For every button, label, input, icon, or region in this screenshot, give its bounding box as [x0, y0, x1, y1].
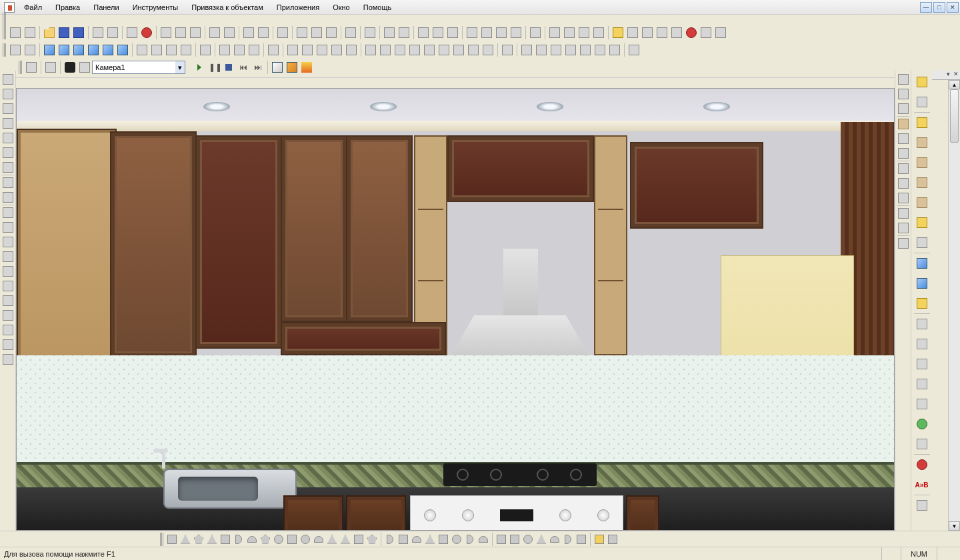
panel-pin-icon[interactable]: ▾ [944, 71, 952, 79]
cursor-y-tool[interactable] [912, 293, 932, 313]
pencil-button[interactable] [198, 43, 213, 57]
stop-button[interactable] [684, 25, 699, 40]
mirror-h-button[interactable] [382, 25, 397, 40]
panel-edit-tool[interactable] [912, 92, 932, 112]
shape-arc[interactable] [548, 533, 561, 546]
shape-circ[interactable] [450, 533, 463, 546]
hammer-button[interactable] [699, 25, 713, 40]
camera-select[interactable]: ▾ [92, 61, 185, 74]
rect-tool[interactable] [1, 131, 15, 145]
paste-button[interactable] [188, 25, 203, 40]
table5-tool[interactable] [912, 394, 932, 414]
xline-button[interactable] [416, 25, 431, 40]
menu-tools[interactable]: Инструменты [126, 1, 185, 13]
zoom-in-button[interactable] [8, 43, 23, 57]
preview-button[interactable] [105, 25, 120, 40]
slab-l-tool[interactable] [912, 153, 932, 173]
rect-c-button[interactable] [577, 25, 591, 40]
menu-file[interactable]: Файл [17, 1, 49, 13]
layers5-button[interactable] [578, 43, 593, 57]
snap4-button[interactable] [407, 43, 422, 57]
panel-3d-tool[interactable] [912, 72, 932, 92]
next-button[interactable]: ⏭ [251, 60, 265, 75]
shape-circ[interactable] [299, 533, 312, 546]
bulb-button[interactable] [713, 25, 728, 40]
cube2-button[interactable] [57, 43, 71, 57]
win5-button[interactable] [344, 43, 359, 57]
snap3-button[interactable] [393, 43, 407, 57]
undo-button[interactable] [125, 25, 139, 40]
new-button[interactable] [8, 25, 23, 40]
dim-tool[interactable] [896, 161, 911, 176]
line-tool[interactable] [1, 87, 15, 101]
menu-window[interactable]: Окно [326, 1, 357, 13]
spray-button[interactable] [627, 43, 641, 57]
text-tool[interactable] [1, 160, 15, 175]
shape-tri[interactable] [205, 533, 219, 546]
cube5-button[interactable] [101, 43, 115, 57]
shape-half[interactable] [232, 533, 245, 546]
menu-help[interactable]: Помощь [357, 1, 399, 13]
shape-rect[interactable] [285, 533, 299, 546]
shape-arc[interactable] [245, 533, 259, 546]
shape-rect[interactable] [575, 533, 588, 546]
cube6-button[interactable] [115, 43, 130, 57]
zoom-button[interactable] [625, 25, 640, 40]
bezier2-tool[interactable] [1, 249, 15, 264]
star-button[interactable] [256, 25, 271, 40]
win4-button[interactable] [329, 43, 344, 57]
globe2-button[interactable] [669, 25, 684, 40]
shape-tri[interactable] [535, 533, 548, 546]
globe-button[interactable] [655, 25, 669, 40]
pin-red-tool[interactable] [912, 455, 932, 475]
move-tool[interactable] [1, 279, 15, 293]
shape-rect[interactable] [437, 533, 450, 546]
cross2-button[interactable] [445, 25, 460, 40]
prev-button[interactable]: ⏮ [236, 60, 251, 75]
ab-tool[interactable]: A»B [912, 475, 932, 495]
grid-tool[interactable] [896, 236, 911, 251]
save-button[interactable] [57, 25, 71, 40]
paste3-button[interactable] [324, 25, 339, 40]
shape-rect[interactable] [165, 533, 179, 546]
menu-apps[interactable]: Приложения [270, 1, 326, 13]
tool-yellow-tool[interactable] [912, 213, 932, 233]
pin-tool[interactable] [896, 87, 911, 101]
hand-tool[interactable] [1, 323, 15, 337]
cursor2-button[interactable] [222, 25, 237, 40]
shape-half[interactable] [383, 533, 397, 546]
menu-edit[interactable]: Правка [49, 1, 87, 13]
shape-half[interactable] [463, 533, 477, 546]
viewport-3d[interactable] [16, 88, 895, 531]
perp-tool[interactable] [896, 146, 911, 161]
play-button[interactable] [192, 60, 207, 75]
s-green-tool[interactable] [912, 414, 932, 434]
tangent-tool[interactable] [896, 117, 911, 131]
cube1-button[interactable] [42, 43, 57, 57]
camera-input[interactable] [93, 63, 175, 71]
scrollbar-vertical[interactable]: ▲ ▼ [948, 80, 960, 531]
snap1-button[interactable] [363, 43, 378, 57]
print-button[interactable] [91, 25, 105, 40]
grid-a-button[interactable] [500, 43, 515, 57]
copy-button[interactable] [173, 25, 188, 40]
slab-iso2-tool[interactable] [912, 273, 932, 293]
angle-tool[interactable] [896, 131, 911, 146]
menu-snap[interactable]: Привязка к объектам [185, 1, 270, 13]
scroll-thumb[interactable] [950, 89, 959, 143]
snap2-button[interactable] [378, 43, 393, 57]
dot-button[interactable] [465, 25, 479, 40]
copy2-button[interactable] [295, 25, 309, 40]
scissors-button[interactable] [343, 25, 358, 40]
rect-d-button[interactable] [591, 25, 606, 40]
node3-button[interactable] [164, 43, 179, 57]
table4-tool[interactable] [912, 374, 932, 394]
saveall-button[interactable] [71, 25, 86, 40]
align-tool[interactable] [896, 206, 911, 221]
corner-button[interactable] [528, 25, 543, 40]
node2-button[interactable] [149, 43, 164, 57]
shape-circ[interactable] [521, 533, 535, 546]
path-tool[interactable] [1, 264, 15, 279]
shape-rect[interactable] [495, 533, 508, 546]
slab-iso-tool[interactable] [912, 253, 932, 273]
